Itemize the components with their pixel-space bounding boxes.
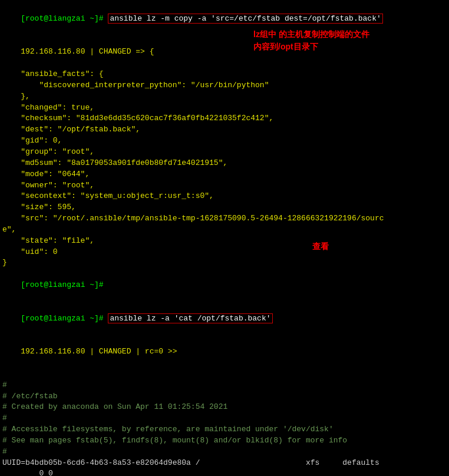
fstab-comment-1: # [0,380,449,391]
json-line-1: "ansible_facts": { [0,69,449,80]
changed-status-1: CHANGED [99,47,131,56]
fstab-uuid-1-sub: 0 0 [0,468,449,476]
cmd-box-1: ansible lz -m copy -a 'src=/etc/fstab de… [108,14,382,24]
json-line-14: "src": "/root/.ansible/tmp/ansible-tmp-1… [0,213,449,224]
terminal-window: [root@liangzai ~]# ansible lz -m copy -a… [0,0,449,476]
fstab-comment-5: # Accessible filesystems, by reference, … [0,424,449,435]
json-line-17: "uid": 0 [0,247,449,258]
fstab-comment-4: # [0,413,449,424]
file-empty-1 [0,369,449,380]
prompt-2: [root@liangzai ~]# [21,280,103,289]
json-line-12: "secontext": "system_u:object_r:usr_t:s0… [0,191,449,202]
prompt-1: [root@liangzai ~]# [21,14,108,23]
arrow: => { [131,47,154,56]
command-line-2: [root@liangzai ~]# ansible lz -a 'cat /o… [0,302,449,336]
json-line-5: "checksum": "81dd3e6dd35c620cac7f36af0fb… [0,113,449,124]
command-line-1: [root@liangzai ~]# ansible lz -m copy -a… [0,2,449,36]
ip-label: 192.168.116.80 | [21,47,99,56]
prompt-3: [root@liangzai ~]# [21,314,108,323]
json-line-15: e", [0,224,449,236]
json-line-4: "changed": true, [0,103,449,114]
fstab-comment-2: # /etc/fstab [0,391,449,402]
pipe-rc: | rc=0 >> [131,347,177,356]
changed-status-2: CHANGED [99,347,131,356]
annotation-view: 查看 [312,242,329,252]
json-line-7: "gid": 0, [0,135,449,147]
prompt-empty-1: [root@liangzai ~]# [0,269,449,302]
ip-label-2: 192.168.116.80 | [21,347,99,356]
result-line-1: 192.168.116.80 | CHANGED => { [0,36,449,70]
json-line-3: }, [0,91,449,103]
json-line-9: "md5sum": "8a0179053a901fde0b80fd71e4021… [0,158,449,169]
json-line-6: "dest": "/opt/fstab.back", [0,124,449,135]
json-line-16: "state": "file", [0,236,449,247]
json-line-11: "owner": "root", [0,180,449,191]
json-line-8: "group": "root", [0,147,449,158]
cmd-box-2: ansible lz -a 'cat /opt/fstab.back' [108,313,272,323]
fstab-comment-6: # See man pages fstab(5), findfs(8), mou… [0,435,449,447]
json-line-10: "mode": "0644", [0,169,449,180]
fstab-uuid-1: UUID=b4bdb05b-6cd6-4b63-8a53-e82064d9e80… [0,458,449,469]
result-line-2: 192.168.116.80 | CHANGED | rc=0 >> [0,335,449,369]
annotation-copy: lz组中 的主机复制控制端的文件内容到/opt目录下 [253,28,369,53]
fstab-comment-3: # Created by anaconda on Sun Apr 11 01:2… [0,402,449,413]
json-line-2: "discovered_interpreter_python": "/usr/b… [0,80,449,91]
json-close: } [0,257,449,269]
fstab-comment-7: # [0,447,449,458]
json-line-13: "size": 595, [0,202,449,213]
